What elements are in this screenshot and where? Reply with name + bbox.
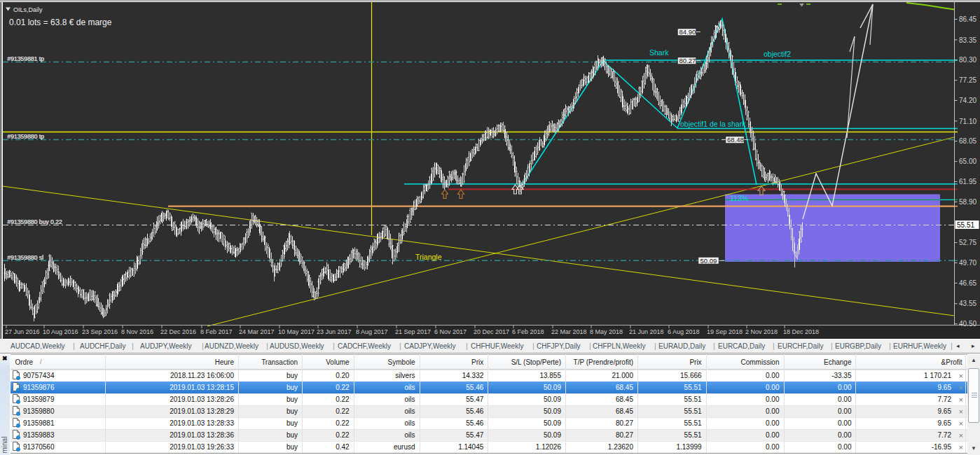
svg-text:21 Sep 2017: 21 Sep 2017 [395, 328, 431, 335]
svg-text:Triangle: Triangle [415, 253, 442, 261]
svg-text:6 Feb 2018: 6 Feb 2018 [512, 328, 544, 335]
svg-text:58.90: 58.90 [959, 198, 976, 206]
svg-text:8 Nov 2016: 8 Nov 2016 [121, 328, 153, 335]
svg-text:74.20: 74.20 [959, 97, 976, 104]
svg-text:#91359880 sl: #91359880 sl [7, 254, 43, 261]
svg-text:19 Sep 2018: 19 Sep 2018 [707, 328, 743, 335]
svg-text:Shark: Shark [649, 48, 669, 57]
svg-text:80.30: 80.30 [959, 56, 976, 64]
svg-text:46.65: 46.65 [959, 279, 976, 287]
svg-text:55.51: 55.51 [957, 221, 974, 229]
svg-text:80.27: 80.27 [679, 57, 696, 64]
svg-text:OILs,Daily: OILs,Daily [13, 6, 43, 13]
svg-text:20 Dec 2017: 20 Dec 2017 [474, 328, 509, 335]
svg-text:18 Dec 2018: 18 Dec 2018 [783, 328, 819, 335]
svg-text:6 Aug 2018: 6 Aug 2018 [668, 328, 700, 335]
svg-text:68.05: 68.05 [959, 137, 976, 145]
svg-text:10 Aug 2016: 10 Aug 2016 [43, 328, 78, 335]
svg-text:52.75: 52.75 [959, 239, 976, 246]
svg-text:65.00: 65.00 [959, 158, 976, 165]
svg-text:8 Aug 2017: 8 Aug 2017 [356, 328, 388, 335]
svg-text:113%: 113% [730, 194, 748, 202]
svg-text:0.01 lots = 63.8 € de marge: 0.01 lots = 63.8 € de marge [9, 18, 112, 27]
svg-text:77.25: 77.25 [959, 76, 976, 84]
svg-text:6 Nov 2017: 6 Nov 2017 [434, 328, 467, 335]
svg-text:84.90: 84.90 [679, 28, 696, 36]
svg-text:68.48: 68.48 [727, 136, 744, 144]
svg-text:2 Nov 2018: 2 Nov 2018 [745, 328, 778, 335]
svg-text:objectif1 de la shark: objectif1 de la shark [680, 120, 746, 128]
svg-text:40.50: 40.50 [959, 320, 976, 328]
svg-text:23 Sep 2016: 23 Sep 2016 [82, 328, 118, 335]
svg-text:61.95: 61.95 [959, 178, 976, 186]
svg-text:#91359881 tp: #91359881 tp [7, 55, 44, 62]
svg-text:22 Mar 2018: 22 Mar 2018 [551, 328, 587, 335]
svg-text:#91359880 tp: #91359880 tp [7, 133, 44, 140]
svg-text:24 Mar 2017: 24 Mar 2017 [239, 328, 275, 335]
svg-text:21 Jun 2018: 21 Jun 2018 [629, 328, 664, 335]
svg-text:43.55: 43.55 [959, 300, 976, 307]
svg-text:86.45: 86.45 [959, 15, 976, 23]
svg-text:8 Feb 2017: 8 Feb 2017 [200, 328, 233, 335]
svg-text:50.09: 50.09 [701, 257, 717, 265]
svg-text:22 Dec 2016: 22 Dec 2016 [160, 328, 196, 335]
svg-text:71.10: 71.10 [959, 118, 976, 125]
svg-text:10 May 2017: 10 May 2017 [278, 328, 315, 335]
svg-text:8 May 2018: 8 May 2018 [590, 328, 623, 335]
svg-text:27 Jun 2016: 27 Jun 2016 [5, 328, 40, 335]
svg-text:23 Jun 2017: 23 Jun 2017 [317, 328, 352, 335]
svg-text:objectif2: objectif2 [764, 50, 791, 58]
svg-text:#91359880 buy 0.22: #91359880 buy 0.22 [7, 218, 62, 225]
svg-text:49.70: 49.70 [959, 259, 976, 267]
svg-text:83.35: 83.35 [959, 36, 976, 44]
